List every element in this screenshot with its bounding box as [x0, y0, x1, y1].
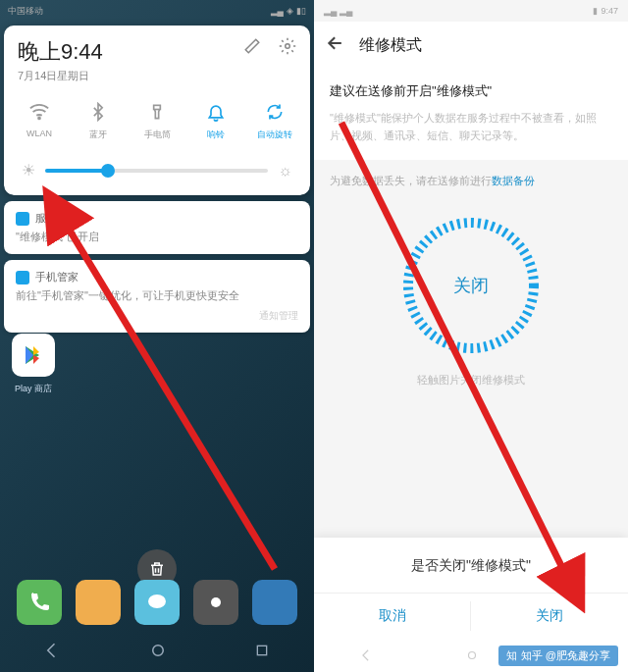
circle-section: 关闭 轻触图片关闭维修模式 [314, 202, 628, 395]
notif-body: 前往"手机管家"一键优化，可让手机更快更安全 [16, 288, 298, 303]
confirm-button[interactable]: 关闭 [471, 594, 628, 639]
bell-icon [205, 101, 227, 123]
circle-label: 关闭 [453, 274, 489, 297]
qs-label: 响铃 [207, 129, 225, 141]
qs-label: 手电筒 [144, 129, 171, 141]
app-icon [16, 212, 29, 226]
phone-right-screenshot: ▂▄ ▂▄ ▮ 9:47 维修模式 建议在送修前开启"维修模式" "维修模式"能… [314, 0, 628, 672]
dock-camera-icon[interactable] [193, 580, 238, 625]
svg-point-8 [468, 652, 475, 659]
dock-phone-icon[interactable] [17, 580, 62, 625]
qs-flashlight[interactable]: 手电筒 [130, 101, 184, 141]
nav-recents-icon[interactable] [254, 643, 270, 662]
carrier-label: 中国移动 [8, 7, 43, 16]
status-time: 9:47 [601, 6, 618, 16]
backup-prefix: 为避免数据丢失，请在送修前进行 [330, 175, 492, 186]
svg-point-5 [153, 646, 164, 656]
notif-app-name: 服务 [35, 211, 57, 226]
battery-icon: ▮▯ [296, 6, 306, 16]
signal-icon: ▂▄ ▂▄ [324, 6, 352, 16]
brightness-slider[interactable] [45, 169, 268, 173]
qs-bluetooth[interactable]: 蓝牙 [71, 101, 126, 141]
play-store-icon[interactable] [12, 334, 55, 377]
nav-home-icon[interactable] [149, 642, 167, 663]
statusbar: 中国移动 ▂▄ ◈ ▮▯ [0, 0, 314, 22]
dock-contacts-icon[interactable] [76, 580, 121, 625]
phone-left-screenshot: 中国移动 ▂▄ ◈ ▮▯ 晚上9:44 7月14日星期日 WLAN [0, 0, 314, 672]
svg-point-3 [148, 594, 166, 608]
nav-home-icon[interactable] [465, 648, 479, 666]
battery-icon: ▮ [593, 6, 598, 16]
dock-messages-icon[interactable] [134, 580, 180, 625]
data-backup-link[interactable]: 数据备份 [492, 175, 535, 186]
bluetooth-icon [87, 101, 109, 123]
page-title: 维修模式 [359, 35, 422, 56]
watermark: 知 知乎 @肥兔趣分享 [498, 646, 618, 666]
cancel-button[interactable]: 取消 [314, 594, 471, 639]
circle-hint: 轻触图片关闭维修模式 [417, 373, 525, 388]
back-icon[interactable] [326, 33, 345, 57]
homescreen-app: Play 商店 [12, 334, 55, 395]
app-icon [16, 271, 29, 284]
notif-app-name: 手机管家 [35, 270, 78, 284]
nav-back-icon[interactable] [360, 648, 374, 666]
shade-time: 晚上9:44 [18, 37, 103, 67]
close-mode-circle-button[interactable]: 关闭 [397, 212, 545, 359]
titlebar: 维修模式 [314, 22, 628, 69]
qs-label: 蓝牙 [89, 129, 107, 141]
svg-rect-6 [258, 646, 267, 654]
signal-icon: ▂▄ [271, 6, 284, 16]
shade-header: 晚上9:44 7月14日星期日 [4, 26, 310, 91]
edit-icon[interactable] [243, 37, 261, 59]
svg-point-4 [211, 597, 221, 607]
notif-body: "维修模式"已开启 [16, 230, 298, 244]
wifi-icon: ◈ [287, 6, 293, 16]
qs-label: 自动旋转 [257, 129, 292, 141]
brightness-row: ☀ ☼ [4, 147, 310, 195]
zhihu-icon: 知 [506, 648, 517, 663]
wifi-icon [28, 101, 50, 123]
dialog-message: 是否关闭"维修模式" [314, 557, 628, 575]
qs-ringer[interactable]: 响铃 [188, 101, 243, 141]
backup-hint: 为避免数据丢失，请在送修前进行数据备份 [314, 160, 628, 202]
svg-point-0 [286, 44, 290, 49]
info-block: 建议在送修前开启"维修模式" "维修模式"能保护个人数据在服务过程中不被查看，如… [314, 69, 628, 160]
navbar [0, 633, 314, 672]
qs-label: WLAN [26, 129, 52, 138]
svg-rect-2 [154, 105, 161, 109]
shade-date: 7月14日星期日 [18, 69, 103, 83]
settings-icon[interactable] [279, 37, 296, 59]
rotate-icon [264, 101, 286, 123]
notification-shade: 晚上9:44 7月14日星期日 WLAN 蓝牙 手电筒 [4, 26, 310, 195]
flashlight-icon [146, 101, 168, 123]
app-label: Play 商店 [15, 383, 52, 395]
info-heading: 建议在送修前开启"维修模式" [330, 82, 612, 100]
nav-back-icon[interactable] [44, 642, 62, 663]
qs-wlan[interactable]: WLAN [12, 101, 67, 141]
notification-phone-manager[interactable]: 手机管家 前往"手机管家"一键优化，可让手机更快更安全 通知管理 [4, 260, 310, 333]
notification-management-link[interactable]: 通知管理 [16, 309, 298, 323]
qs-autorotate[interactable]: 自动旋转 [247, 101, 302, 141]
notification-service[interactable]: 服务 "维修模式"已开启 [4, 201, 310, 254]
watermark-text: 知乎 @肥兔趣分享 [521, 648, 610, 663]
dock [0, 580, 314, 625]
info-description: "维修模式"能保护个人数据在服务过程中不被查看，如照片、视频、通讯录、短信、聊天… [330, 110, 612, 144]
quick-settings-row: WLAN 蓝牙 手电筒 响铃 自动旋转 [4, 91, 310, 147]
brightness-high-icon: ☼ [278, 162, 292, 180]
statusbar: ▂▄ ▂▄ ▮ 9:47 [314, 0, 628, 22]
svg-point-1 [38, 118, 40, 120]
dock-browser-icon[interactable] [252, 580, 297, 625]
brightness-low-icon: ☀ [22, 161, 35, 180]
confirm-dialog: 是否关闭"维修模式" 取消 关闭 [314, 538, 628, 643]
